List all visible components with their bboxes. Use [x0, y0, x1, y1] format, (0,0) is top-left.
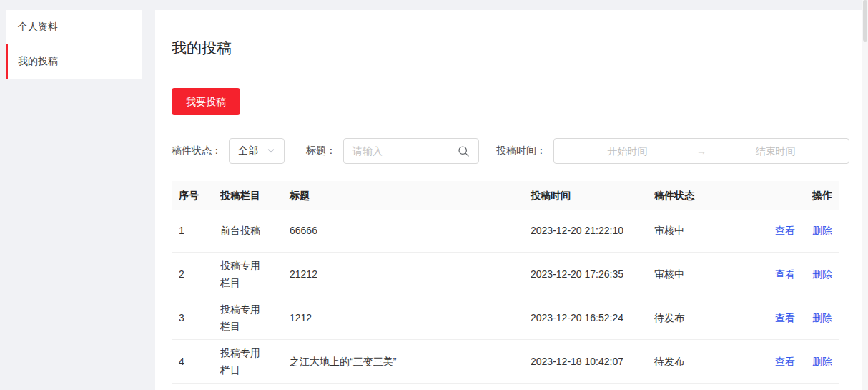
view-link[interactable]: 查看 [775, 356, 795, 367]
header-actions: 操作 [761, 181, 839, 210]
scrollbar-thumb[interactable] [863, 0, 867, 42]
cell-time: 2023-12-20 17:26:35 [523, 252, 647, 296]
cell-no: 3 [172, 296, 213, 339]
delete-link[interactable]: 删除 [812, 225, 832, 236]
table-row: 2 投稿专用栏目 21212 2023-12-20 17:26:35 审核中 查… [172, 252, 839, 296]
delete-link[interactable]: 删除 [812, 356, 832, 367]
filter-bar: 稿件状态： 全部 标题： 投稿时间： → [172, 138, 849, 164]
cell-actions: 查看 删除 [761, 296, 839, 339]
cell-column: 投稿专用栏目 [213, 252, 282, 296]
cell-no: 1 [172, 210, 213, 252]
cell-status: 审核中 [647, 210, 761, 252]
range-arrow-icon: → [692, 145, 711, 157]
table-row: 4 投稿专用栏目 之江大地上的“三变三美” 2023-12-18 10:42:0… [172, 339, 839, 383]
page: 个人资料 我的投稿 我的投稿 我要投稿 稿件状态： 全部 标题： [0, 0, 868, 390]
view-link[interactable]: 查看 [775, 312, 795, 323]
search-icon[interactable] [458, 145, 470, 157]
time-filter-label: 投稿时间： [496, 145, 546, 157]
status-filter-label: 稿件状态： [172, 145, 222, 157]
cell-title: 66666 [282, 210, 523, 252]
table-header-row: 序号 投稿栏目 标题 投稿时间 稿件状态 操作 [172, 181, 839, 210]
cell-time: 2023-12-18 10:42:07 [523, 339, 647, 383]
cell-status: 待发布 [647, 296, 761, 339]
header-status: 稿件状态 [647, 181, 761, 210]
header-title: 标题 [282, 181, 523, 210]
cell-status: 待发布 [647, 339, 761, 383]
sidebar-item-submissions[interactable]: 我的投稿 [6, 44, 142, 79]
cell-actions: 查看 删除 [761, 210, 839, 252]
chevron-down-icon [267, 147, 275, 155]
delete-link[interactable]: 删除 [812, 312, 832, 323]
cell-column: 前台投稿 [213, 210, 282, 252]
view-link[interactable]: 查看 [775, 268, 795, 280]
cell-column: 投稿专用栏目 [213, 296, 282, 339]
cell-no: 2 [172, 252, 213, 296]
vertical-scrollbar[interactable] [862, 0, 868, 390]
main-panel: 我的投稿 我要投稿 稿件状态： 全部 标题： 投稿时间： → [155, 10, 862, 390]
cell-status: 审核中 [647, 252, 761, 296]
sidebar-item-label: 个人资料 [18, 21, 58, 34]
cell-actions: 查看 删除 [761, 252, 839, 296]
sidebar: 个人资料 我的投稿 [6, 10, 142, 79]
cell-no: 4 [172, 339, 213, 383]
title-search-input[interactable] [352, 145, 458, 157]
cell-title: 之江大地上的“三变三美” [282, 339, 523, 383]
table-row: 1 前台投稿 66666 2023-12-20 21:22:10 审核中 查看 … [172, 210, 839, 252]
header-no: 序号 [172, 181, 213, 210]
table-row: 3 投稿专用栏目 1212 2023-12-20 16:52:24 待发布 查看… [172, 296, 839, 339]
cell-time: 2023-12-20 21:22:10 [523, 210, 647, 252]
header-column: 投稿栏目 [213, 181, 282, 210]
cell-actions: 查看 删除 [761, 339, 839, 383]
page-title: 我的投稿 [172, 40, 849, 56]
start-time-input[interactable] [563, 145, 692, 157]
status-select-value: 全部 [238, 145, 258, 157]
status-select[interactable]: 全部 [229, 138, 285, 164]
date-range-picker[interactable]: → [553, 138, 849, 164]
cell-title: 21212 [282, 252, 523, 296]
sidebar-item-label: 我的投稿 [18, 55, 58, 68]
submit-article-button[interactable]: 我要投稿 [172, 88, 240, 115]
end-time-input[interactable] [711, 145, 840, 157]
title-search-box [343, 138, 479, 164]
cell-column: 投稿专用栏目 [213, 339, 282, 383]
view-link[interactable]: 查看 [775, 225, 795, 236]
header-time: 投稿时间 [523, 181, 647, 210]
cell-title: 1212 [282, 296, 523, 339]
cell-time: 2023-12-20 16:52:24 [523, 296, 647, 339]
sidebar-item-profile[interactable]: 个人资料 [6, 10, 142, 44]
delete-link[interactable]: 删除 [812, 268, 832, 280]
submissions-table: 序号 投稿栏目 标题 投稿时间 稿件状态 操作 1 前台投稿 66666 202… [172, 181, 839, 384]
title-filter-label: 标题： [306, 145, 336, 157]
